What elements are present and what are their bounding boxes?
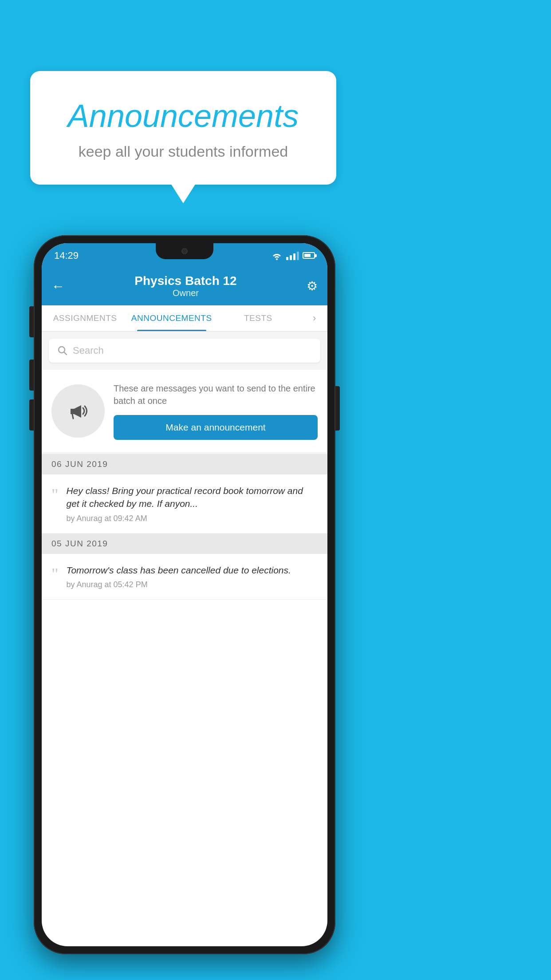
announcement-content-2: Tomorrow's class has been cancelled due … — [67, 564, 291, 589]
content-area: Search These are messages yo — [42, 332, 327, 600]
phone-outer: 14:29 — [34, 235, 335, 954]
bubble-title: Announcements — [52, 98, 314, 134]
notch-camera — [181, 248, 188, 254]
bubble-subtitle: keep all your students informed — [52, 143, 314, 160]
svg-line-1 — [64, 352, 67, 355]
phone-screen: 14:29 — [42, 243, 327, 946]
wifi-icon — [271, 251, 283, 260]
make-announcement-button[interactable]: Make an announcement — [114, 415, 318, 440]
status-time: 14:29 — [54, 250, 79, 261]
announcement-meta-1: by Anurag at 09:42 AM — [67, 514, 318, 523]
battery-icon — [303, 252, 315, 259]
status-icons — [271, 251, 315, 260]
tab-assignments[interactable]: ASSIGNMENTS — [42, 305, 128, 331]
search-bar[interactable]: Search — [49, 339, 320, 363]
announcement-item-2[interactable]: " Tomorrow's class has been cancelled du… — [42, 554, 327, 600]
promo-description: These are messages you want to send to t… — [114, 382, 318, 407]
owner-subtitle: Owner — [134, 288, 236, 298]
promo-content: These are messages you want to send to t… — [114, 382, 318, 440]
tab-more-button[interactable]: › — [301, 305, 327, 331]
announcement-text-1: Hey class! Bring your practical record b… — [67, 484, 318, 510]
tab-announcements[interactable]: ANNOUNCEMENTS — [128, 305, 215, 331]
announcement-text-2: Tomorrow's class has been cancelled due … — [67, 564, 291, 577]
date-separator-1: 06 JUN 2019 — [42, 454, 327, 474]
promo-icon-circle — [51, 384, 105, 438]
megaphone-icon — [64, 397, 92, 425]
phone-notch — [156, 243, 213, 259]
tab-tests[interactable]: TESTS — [215, 305, 301, 331]
speech-bubble-wrapper: Announcements keep all your students inf… — [30, 71, 336, 185]
tabs-bar: ASSIGNMENTS ANNOUNCEMENTS TESTS › — [42, 305, 327, 332]
search-placeholder-text: Search — [73, 345, 104, 356]
header-title-block: Physics Batch 12 Owner — [134, 274, 236, 298]
promo-card: These are messages you want to send to t… — [42, 370, 327, 452]
app-header: ← Physics Batch 12 Owner ⚙ — [42, 268, 327, 305]
signal-icon — [286, 251, 299, 260]
quote-icon-1: " — [51, 486, 59, 503]
back-button[interactable]: ← — [51, 279, 65, 294]
quote-icon-2: " — [51, 565, 59, 582]
date-separator-2: 05 JUN 2019 — [42, 533, 327, 554]
announcement-content-1: Hey class! Bring your practical record b… — [67, 484, 318, 523]
phone-wrapper: 14:29 — [34, 235, 335, 954]
svg-line-2 — [72, 414, 73, 419]
speech-bubble: Announcements keep all your students inf… — [30, 71, 336, 185]
settings-button[interactable]: ⚙ — [307, 279, 318, 293]
batch-title: Physics Batch 12 — [134, 274, 236, 288]
search-icon — [58, 346, 67, 356]
announcement-meta-2: by Anurag at 05:42 PM — [67, 580, 291, 589]
announcement-item-1[interactable]: " Hey class! Bring your practical record… — [42, 474, 327, 533]
